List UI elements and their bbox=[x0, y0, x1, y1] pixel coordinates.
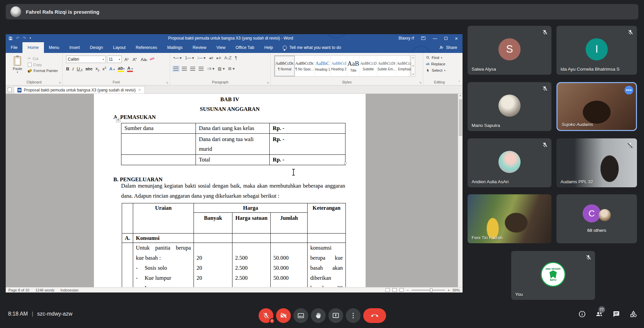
document-tab[interactable]: W Proposal bakti pemuda untuk bangsa X3 … bbox=[14, 86, 145, 93]
table-cell[interactable]: Konsumsi bbox=[133, 234, 194, 243]
table-cell[interactable] bbox=[194, 283, 232, 287]
language-indicator[interactable]: Indonesian bbox=[60, 288, 78, 292]
style-title[interactable]: AaB Title bbox=[347, 56, 360, 76]
justify-button[interactable] bbox=[199, 67, 204, 71]
table-cell[interactable] bbox=[194, 234, 232, 243]
participant-tile-ida[interactable]: I Ida Ayu Cornelia Bhatrimsa S bbox=[556, 26, 637, 75]
office-tab-icon[interactable] bbox=[8, 87, 12, 92]
paste-button[interactable]: Paste ▾ bbox=[8, 56, 26, 78]
tab-insert[interactable]: Insert bbox=[64, 42, 85, 53]
table-cell[interactable]: Dana dari orang tua wali murid bbox=[196, 134, 270, 155]
borders-icon[interactable]: ⊞ ▾ bbox=[228, 66, 234, 71]
table-cell[interactable]: 20 bbox=[194, 263, 232, 273]
increase-indent-icon[interactable]: ▸≡ bbox=[217, 56, 221, 60]
tab-review[interactable]: Review bbox=[187, 42, 211, 53]
table-cell[interactable] bbox=[271, 234, 308, 243]
table-cell[interactable]: 50.000 bbox=[271, 253, 308, 263]
table-cell[interactable]: - Lemper bbox=[133, 283, 194, 287]
table-cell[interactable]: Dana dari uang kas kelas bbox=[196, 123, 270, 134]
table-cell[interactable] bbox=[194, 243, 232, 253]
italic-button[interactable]: I bbox=[72, 66, 73, 72]
web-layout-icon[interactable] bbox=[399, 288, 404, 292]
participant-tile-sujoko[interactable]: ••• Sujoko Audams bbox=[556, 82, 637, 131]
table-cell[interactable] bbox=[122, 243, 133, 253]
style-subtitle[interactable]: AaBbCcD Subtitle bbox=[360, 56, 377, 76]
present-button[interactable] bbox=[328, 308, 343, 323]
table-cell[interactable] bbox=[271, 283, 308, 287]
vertical-scrollbar[interactable]: ▴ bbox=[458, 94, 463, 287]
table-cell[interactable] bbox=[121, 155, 196, 165]
table-cell[interactable] bbox=[232, 283, 271, 287]
maximize-button[interactable] bbox=[444, 37, 447, 40]
gallery-up-icon[interactable]: ▴ bbox=[413, 56, 414, 59]
read-mode-icon[interactable] bbox=[385, 288, 390, 292]
table-cell[interactable]: - Kue lumpur bbox=[133, 273, 194, 283]
tab-mailings[interactable]: Mailings bbox=[162, 42, 187, 53]
table-cell[interactable] bbox=[308, 234, 346, 243]
select-button[interactable]: Select ▾ bbox=[426, 68, 445, 72]
table-cell[interactable]: 20 bbox=[194, 253, 232, 263]
redo-icon[interactable]: ↷ bbox=[23, 36, 26, 40]
table-cell[interactable] bbox=[122, 273, 133, 283]
table-cell[interactable] bbox=[122, 283, 133, 287]
font-family-select[interactable]: Calibri ▾ bbox=[66, 56, 106, 63]
zoom-slider-thumb[interactable] bbox=[430, 288, 432, 292]
copy-button[interactable]: Copy bbox=[28, 63, 58, 67]
activities-button[interactable] bbox=[630, 310, 637, 318]
ribbon-display-options-icon[interactable] bbox=[421, 37, 425, 40]
styles-gallery-scrollbar[interactable]: ▴ ▾ ▾ bbox=[411, 55, 415, 77]
table-cell[interactable]: Rp. - bbox=[270, 134, 345, 155]
table-cell[interactable]: 2.500 bbox=[232, 273, 271, 283]
font-size-select[interactable]: 11 ▾ bbox=[107, 56, 122, 63]
account-name[interactable]: Blaxxy rf bbox=[398, 36, 414, 41]
tab-references[interactable]: References bbox=[131, 42, 162, 53]
word-count[interactable]: 1246 words bbox=[35, 288, 54, 292]
collapse-ribbon-icon[interactable]: ⌃ bbox=[458, 80, 461, 84]
undo-icon[interactable]: ↶ bbox=[16, 36, 19, 40]
participant-tile-salwa[interactable]: S Salwa Alysa bbox=[468, 26, 551, 75]
clipboard-dialog-launcher[interactable]: ↘ bbox=[58, 81, 61, 84]
print-layout-icon[interactable] bbox=[392, 288, 397, 292]
table-header-cell[interactable]: Banyak bbox=[194, 213, 232, 234]
table-resize-handle[interactable] bbox=[344, 162, 346, 164]
table-cell[interactable]: 50.000 bbox=[271, 263, 308, 273]
align-center-button[interactable] bbox=[182, 67, 187, 71]
save-icon[interactable] bbox=[8, 36, 13, 41]
find-button[interactable]: Find ▾ bbox=[426, 56, 445, 60]
table-header-cell[interactable]: Harga satuan bbox=[232, 213, 271, 234]
participant-tile-others[interactable]: C 68 others bbox=[556, 194, 637, 243]
camera-toggle-button[interactable] bbox=[276, 308, 291, 323]
clear-formatting-icon[interactable] bbox=[150, 57, 155, 61]
table-cell[interactable]: 20 bbox=[194, 273, 232, 283]
table-cell[interactable] bbox=[232, 234, 271, 243]
leave-call-button[interactable] bbox=[363, 308, 386, 323]
zoom-in-icon[interactable]: + bbox=[448, 288, 450, 292]
highlight-button[interactable]: ab▾ bbox=[118, 66, 124, 72]
style-heading-1[interactable]: AaBbC Heading 1 bbox=[315, 56, 331, 76]
tab-help[interactable]: Help bbox=[259, 42, 278, 53]
chat-button[interactable] bbox=[612, 310, 620, 318]
font-color-button[interactable]: A ▾ bbox=[127, 66, 133, 72]
grow-font-button[interactable]: A▴ bbox=[123, 57, 130, 62]
font-dialog-launcher[interactable]: ↘ bbox=[166, 81, 168, 84]
zoom-level[interactable]: 99% bbox=[452, 288, 460, 292]
numbered-list-icon[interactable]: 1— ▾ bbox=[185, 56, 194, 60]
table-header-cell[interactable]: Keterangan bbox=[308, 203, 346, 234]
paste-dropdown-icon[interactable]: ▾ bbox=[8, 71, 26, 74]
captions-button[interactable] bbox=[293, 308, 308, 323]
format-painter-button[interactable]: Format Painter bbox=[28, 69, 58, 73]
raise-hand-button[interactable] bbox=[311, 308, 326, 323]
underline-button[interactable]: U ▾ bbox=[77, 66, 83, 71]
style-normal[interactable]: AaBbCcDc ¶ Normal bbox=[274, 56, 295, 76]
meeting-details-button[interactable] bbox=[578, 310, 586, 318]
decrease-indent-icon[interactable]: ◂≡ bbox=[209, 56, 213, 60]
table-cell[interactable]: - Sosis solo bbox=[133, 263, 194, 273]
table-header-cell[interactable]: Harga bbox=[194, 203, 308, 213]
table-cell[interactable]: Untuk panitia berupa bbox=[133, 243, 194, 253]
tab-office-tab[interactable]: Office Tab bbox=[230, 42, 259, 53]
shading-icon[interactable]: ▨ ▾ bbox=[218, 66, 225, 71]
table-cell[interactable]: Rp. - bbox=[270, 123, 345, 134]
close-tab-icon[interactable]: ✕ bbox=[138, 88, 141, 92]
table-cell[interactable]: kepada 20 bbox=[308, 283, 346, 287]
multilevel-list-icon[interactable]: ⁝— ▾ bbox=[198, 56, 206, 60]
